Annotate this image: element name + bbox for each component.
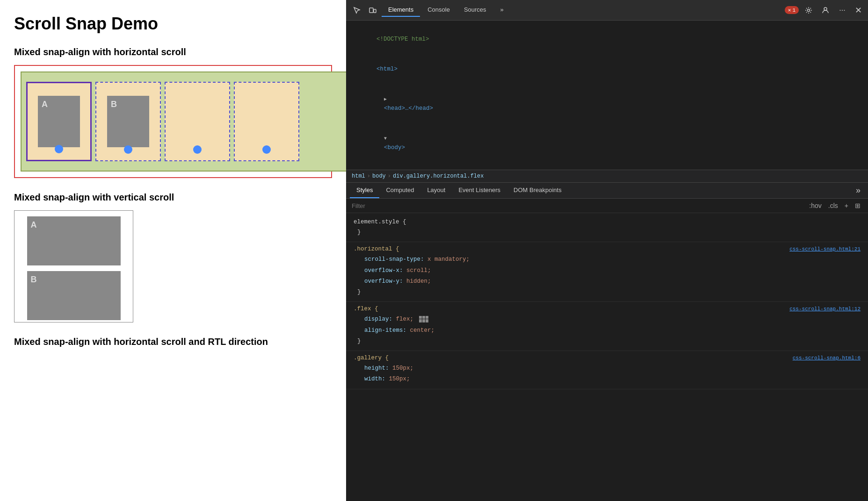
breadcrumb-html[interactable]: html <box>352 173 365 179</box>
gallery-vertical[interactable]: A B <box>14 210 133 322</box>
tab-dom-breakpoints[interactable]: DOM Breakpoints <box>507 183 568 198</box>
styles-content: element.style { } .horizontal { css-scro… <box>346 213 868 391</box>
dom-html[interactable]: <html> <box>346 54 868 84</box>
gallery-horizontal[interactable]: A B <box>26 77 344 166</box>
inspect-icon-btn[interactable] <box>350 3 364 17</box>
snap-item-a: A <box>26 82 92 161</box>
svg-point-3 <box>824 7 827 10</box>
device-icon-btn[interactable] <box>366 3 380 17</box>
tab-layout[interactable]: Layout <box>420 183 452 198</box>
error-x-icon: ✕ <box>788 7 791 13</box>
svg-rect-1 <box>374 9 376 13</box>
inner-box-a: A <box>38 96 80 147</box>
dom-doctype[interactable]: <!DOCTYPE html> <box>346 24 868 54</box>
devtools-panel: Elements Console Sources » ✕ 1 <box>346 0 868 501</box>
add-rule-btn[interactable]: + <box>843 201 850 210</box>
settings-icon-btn[interactable] <box>802 3 816 17</box>
snap-dot-b <box>124 145 132 154</box>
svg-rect-0 <box>369 8 373 13</box>
tab-event-listeners[interactable]: Event Listeners <box>452 183 507 198</box>
prop-overflow-y: overflow-y: hidden; <box>354 276 861 287</box>
prop-overflow-x: overflow-x: scroll; <box>354 265 861 276</box>
toggle-panel-btn[interactable]: ⊞ <box>853 201 862 210</box>
tab-elements[interactable]: Elements <box>382 3 420 17</box>
more-icon-btn[interactable]: ··· <box>835 3 849 17</box>
snap-dot-a <box>55 145 63 153</box>
inner-box-b: B <box>107 96 149 147</box>
rule-element-style-selector: element.style { <box>354 219 406 225</box>
rule-gallery-selector: .gallery { <box>354 355 389 361</box>
hov-btn[interactable]: :hov <box>807 201 823 210</box>
breadcrumb-bar: html › body › div.gallery.horizontal.fle… <box>346 170 868 183</box>
snap-item-d <box>234 82 299 161</box>
prop-align-items: align-items: center; <box>354 325 861 336</box>
prop-height: height: 150px; <box>354 363 861 374</box>
devtools-topbar: Elements Console Sources » ✕ 1 <box>346 0 868 21</box>
svg-point-2 <box>808 9 810 11</box>
styles-more-btn[interactable]: » <box>852 184 864 197</box>
filter-actions: :hov .cls + ⊞ <box>807 201 862 210</box>
breadcrumb-div[interactable]: div.gallery.horizontal.flex <box>393 173 484 179</box>
snap-dot-d <box>262 145 271 154</box>
rule-flex-link[interactable]: css-scroll-snap.html:12 <box>789 306 861 312</box>
cls-btn[interactable]: .cls <box>826 201 840 210</box>
page-title: Scroll Snap Demo <box>14 14 332 34</box>
devtools-tabs: Elements Console Sources » <box>382 3 783 17</box>
snap-item-c <box>165 82 230 161</box>
flex-icon <box>419 316 428 322</box>
section2-title: Mixed snap-align with vertical scroll <box>14 192 332 203</box>
tab-computed[interactable]: Computed <box>379 183 420 198</box>
rule-horizontal-link[interactable]: css-scroll-snap.html:21 <box>789 246 861 252</box>
prop-width: width: 150px; <box>354 374 861 385</box>
rule-flex: .flex { css-scroll-snap.html:12 display:… <box>346 302 868 351</box>
left-panel: Scroll Snap Demo Mixed snap-align with h… <box>0 0 346 501</box>
tab-sources[interactable]: Sources <box>457 3 493 17</box>
styles-tabs: Styles Computed Layout Event Listeners D… <box>346 183 868 199</box>
close-devtools-btn[interactable]: ✕ <box>852 4 864 16</box>
section1-title: Mixed snap-align with horizontal scroll <box>14 47 332 57</box>
filter-input[interactable] <box>352 202 803 209</box>
prop-scroll-snap-type: scroll-snap-type: x mandatory; <box>354 254 861 265</box>
rule-horizontal-selector: .horizontal { <box>354 246 399 252</box>
rule-horizontal: .horizontal { css-scroll-snap.html:21 sc… <box>346 242 868 302</box>
gallery-green-bg: A B <box>21 72 346 172</box>
breadcrumb-body[interactable]: body <box>372 173 386 179</box>
rule-flex-selector: .flex { <box>354 306 378 312</box>
horizontal-demo-outer: A B <box>14 65 332 178</box>
profile-icon-btn[interactable] <box>818 3 832 17</box>
tab-console[interactable]: Console <box>421 3 456 17</box>
snap-dot-c <box>193 145 202 154</box>
dom-body[interactable]: <body> <box>346 123 868 163</box>
rule-gallery-link[interactable]: css-scroll-snap.html:6 <box>793 355 861 361</box>
snap-item-b: B <box>95 82 161 161</box>
rule-gallery: .gallery { css-scroll-snap.html:6 height… <box>346 351 868 389</box>
prop-display-flex: display: flex; <box>354 314 861 325</box>
filter-bar: :hov .cls + ⊞ <box>346 199 868 213</box>
rule-element-style: element.style { } <box>346 215 868 242</box>
dom-tree: <!DOCTYPE html> <html> <head>…</head> <b… <box>346 21 868 170</box>
dom-head[interactable]: <head>…</head> <box>346 84 868 123</box>
snap-item-v-b: B <box>27 271 121 320</box>
tab-more[interactable]: » <box>494 3 510 17</box>
error-count: 1 <box>792 7 796 13</box>
snap-item-v-a: A <box>27 216 121 265</box>
section3-title: Mixed snap-align with horizontal scroll … <box>14 336 332 347</box>
tab-styles[interactable]: Styles <box>350 183 379 198</box>
devtools-topbar-right: ✕ 1 ··· ✕ <box>785 3 864 17</box>
error-badge: ✕ 1 <box>785 6 799 14</box>
dom-h1[interactable]: <h1>Scroll Snap Demo</h1> <box>346 163 868 170</box>
